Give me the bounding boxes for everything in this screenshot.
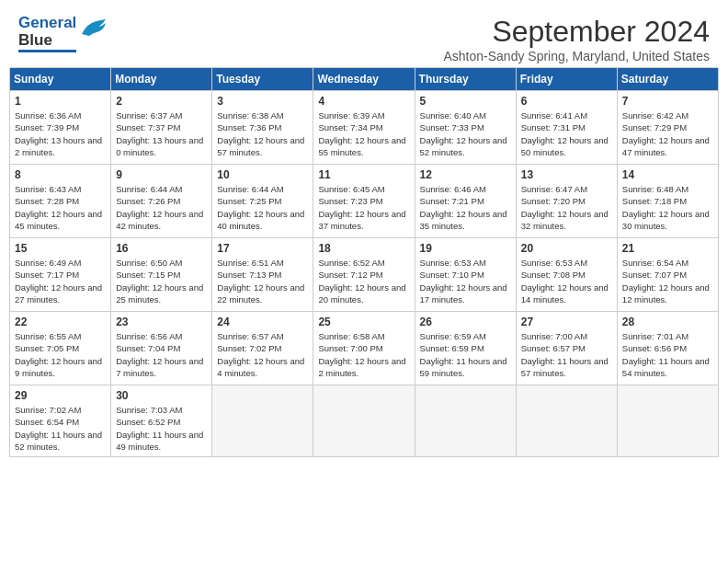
calendar-day-26: 26Sunrise: 6:59 AMSunset: 6:59 PMDayligh… [415,312,516,385]
calendar-day-empty [516,385,617,457]
calendar-day-30: 30Sunrise: 7:03 AMSunset: 6:52 PMDayligh… [111,385,212,457]
calendar-day-15: 15Sunrise: 6:49 AMSunset: 7:17 PMDayligh… [10,238,111,312]
calendar-day-29: 29Sunrise: 7:02 AMSunset: 6:54 PMDayligh… [10,385,111,457]
calendar-day-28: 28Sunrise: 7:01 AMSunset: 6:56 PMDayligh… [617,312,718,385]
logo: General Blue [18,15,108,52]
weekday-header-saturday: Saturday [617,68,718,91]
weekday-header-sunday: Sunday [10,68,111,91]
calendar-day-13: 13Sunrise: 6:47 AMSunset: 7:20 PMDayligh… [516,165,617,238]
calendar-day-5: 5Sunrise: 6:40 AMSunset: 7:33 PMDaylight… [415,91,516,165]
calendar-day-24: 24Sunrise: 6:57 AMSunset: 7:02 PMDayligh… [212,312,313,385]
calendar-day-empty [313,385,415,457]
calendar-day-10: 10Sunrise: 6:44 AMSunset: 7:25 PMDayligh… [212,165,313,238]
title-block: September 2024 Ashton-Sandy Spring, Mary… [444,15,711,63]
calendar-day-empty [212,385,313,457]
calendar-week-5: 29Sunrise: 7:02 AMSunset: 6:54 PMDayligh… [10,385,719,457]
calendar-day-7: 7Sunrise: 6:42 AMSunset: 7:29 PMDaylight… [617,91,718,165]
weekday-header-tuesday: Tuesday [212,68,313,91]
calendar-day-8: 8Sunrise: 6:43 AMSunset: 7:28 PMDaylight… [10,165,111,238]
calendar-day-22: 22Sunrise: 6:55 AMSunset: 7:05 PMDayligh… [10,312,111,385]
calendar-week-1: 1Sunrise: 6:36 AMSunset: 7:39 PMDaylight… [10,91,719,165]
page-header: General Blue September 2024 Ashton-Sandy… [9,9,719,63]
calendar-day-12: 12Sunrise: 6:46 AMSunset: 7:21 PMDayligh… [415,165,516,238]
weekday-header-friday: Friday [516,68,617,91]
calendar-day-21: 21Sunrise: 6:54 AMSunset: 7:07 PMDayligh… [617,238,718,312]
calendar-header-row: SundayMondayTuesdayWednesdayThursdayFrid… [10,68,719,91]
calendar-day-17: 17Sunrise: 6:51 AMSunset: 7:13 PMDayligh… [212,238,313,312]
calendar-day-20: 20Sunrise: 6:53 AMSunset: 7:08 PMDayligh… [516,238,617,312]
calendar-table: SundayMondayTuesdayWednesdayThursdayFrid… [9,67,719,457]
logo-bird-icon [80,16,108,48]
logo-text: General Blue [18,15,108,52]
calendar-day-16: 16Sunrise: 6:50 AMSunset: 7:15 PMDayligh… [111,238,212,312]
calendar-day-25: 25Sunrise: 6:58 AMSunset: 7:00 PMDayligh… [313,312,415,385]
weekday-header-wednesday: Wednesday [313,68,415,91]
calendar-day-9: 9Sunrise: 6:44 AMSunset: 7:26 PMDaylight… [111,165,212,238]
calendar-day-11: 11Sunrise: 6:45 AMSunset: 7:23 PMDayligh… [313,165,415,238]
calendar-week-3: 15Sunrise: 6:49 AMSunset: 7:17 PMDayligh… [10,238,719,312]
calendar-day-23: 23Sunrise: 6:56 AMSunset: 7:04 PMDayligh… [111,312,212,385]
month-title: September 2024 [444,15,711,49]
calendar-day-4: 4Sunrise: 6:39 AMSunset: 7:34 PMDaylight… [313,91,415,165]
calendar-day-2: 2Sunrise: 6:37 AMSunset: 7:37 PMDaylight… [111,91,212,165]
calendar-day-3: 3Sunrise: 6:38 AMSunset: 7:36 PMDaylight… [212,91,313,165]
logo-blue: Blue [18,32,76,50]
calendar-week-2: 8Sunrise: 6:43 AMSunset: 7:28 PMDaylight… [10,165,719,238]
location-title: Ashton-Sandy Spring, Maryland, United St… [444,49,711,63]
calendar-day-14: 14Sunrise: 6:48 AMSunset: 7:18 PMDayligh… [617,165,718,238]
calendar-day-6: 6Sunrise: 6:41 AMSunset: 7:31 PMDaylight… [516,91,617,165]
logo-general: General [18,14,76,31]
calendar-day-18: 18Sunrise: 6:52 AMSunset: 7:12 PMDayligh… [313,238,415,312]
calendar-day-19: 19Sunrise: 6:53 AMSunset: 7:10 PMDayligh… [415,238,516,312]
calendar-day-27: 27Sunrise: 7:00 AMSunset: 6:57 PMDayligh… [516,312,617,385]
weekday-header-thursday: Thursday [415,68,516,91]
calendar-day-empty [617,385,718,457]
calendar-day-1: 1Sunrise: 6:36 AMSunset: 7:39 PMDaylight… [10,91,111,165]
calendar-week-4: 22Sunrise: 6:55 AMSunset: 7:05 PMDayligh… [10,312,719,385]
calendar-day-empty [415,385,516,457]
weekday-header-monday: Monday [111,68,212,91]
